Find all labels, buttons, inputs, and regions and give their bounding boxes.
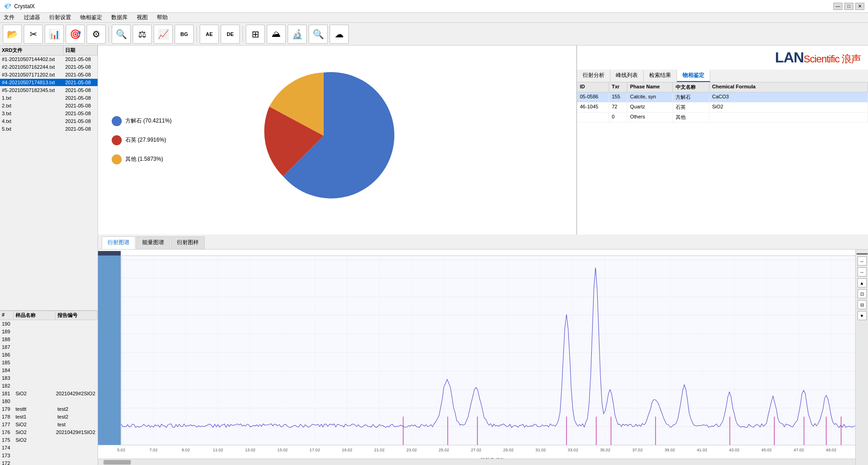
file-name: #3-20210507171202.txt [0, 71, 63, 78]
info-tab-峰线列表[interactable]: 峰线列表 [610, 70, 644, 82]
maximize-button[interactable]: □ [844, 3, 853, 10]
toolbar-btn-open[interactable]: 📂 [3, 25, 22, 44]
close-button[interactable]: ✕ [855, 3, 864, 10]
menu-item-2[interactable]: 衍射设置 [47, 13, 73, 22]
toolbar-btn-balance[interactable]: ⚖ [133, 25, 152, 44]
toolbar-btn-barchart[interactable]: 📊 [45, 25, 64, 44]
diffraction-chart: 40801201602002412813213614015.027.029.02… [98, 250, 868, 465]
sample-row[interactable]: 175SiO2 [0, 436, 98, 444]
sample-row[interactable]: 185 [0, 359, 98, 367]
toolbar-btn-scissors[interactable]: ✂ [24, 25, 43, 44]
file-date: 2021-05-08 [63, 110, 98, 117]
menu-item-0[interactable]: 文件 [2, 13, 16, 22]
col-txr: Txr [609, 82, 627, 92]
info-txr: 0 [609, 112, 627, 122]
toolbar-btn-scan[interactable]: 🔬 [288, 25, 307, 44]
menu-item-1[interactable]: 过滤器 [22, 13, 42, 22]
toolbar-btn-gear[interactable]: ⚙ [87, 25, 106, 44]
sample-row[interactable]: 173 [0, 452, 98, 460]
svg-text:37.02: 37.02 [632, 448, 643, 452]
table-btn[interactable]: ⊟ [858, 300, 867, 309]
toolbar-btn-chart-report[interactable]: 📈 [154, 25, 173, 44]
col-phase: Phase Name [627, 82, 673, 92]
toolbar-btn-fingerprint[interactable]: 🔍 [112, 25, 131, 44]
file-list-header: XRD文件 日期 [0, 46, 98, 56]
chart-tab-能量图谱[interactable]: 能量图谱 [136, 236, 170, 249]
file-date: 2021-05-08 [63, 63, 98, 71]
svg-rect-84 [98, 255, 121, 445]
sample-row[interactable]: 180 [0, 398, 98, 405]
info-tab-物相鉴定[interactable]: 物相鉴定 [677, 70, 710, 82]
file-list-item[interactable]: 5.txt2021-05-08 [0, 125, 98, 133]
info-table-row[interactable]: 46-104572Quartz石英SiO2 [577, 102, 868, 112]
sample-row[interactable]: 172 [0, 460, 98, 465]
file-list-item[interactable]: #3-20210507171202.txt2021-05-08 [0, 71, 98, 79]
info-phase: Others [627, 112, 673, 122]
toolbar-btn-bg[interactable]: BG [175, 25, 194, 44]
menu-item-5[interactable]: 视图 [135, 13, 150, 22]
h-scrollbar[interactable] [98, 459, 855, 465]
sample-report [56, 351, 98, 358]
sample-row[interactable]: 190 [0, 320, 98, 328]
file-list-body[interactable]: #1-20210507144402.txt2021-05-08#2-202105… [0, 56, 98, 310]
title-bar: 💎 CrystalX — □ ✕ [0, 0, 868, 13]
sample-row[interactable]: 187 [0, 343, 98, 351]
zoom-out-btn[interactable]: ↔ [858, 267, 867, 276]
info-table-body[interactable]: 05-0586155Calcite, syn方解石CaCO346-104572Q… [577, 92, 868, 235]
sample-row[interactable]: 177SiO2test [0, 421, 98, 429]
sample-report: test [56, 421, 98, 428]
info-table-row[interactable]: 05-0586155Calcite, syn方解石CaCO3 [577, 92, 868, 102]
down-btn[interactable]: ▼ [858, 311, 867, 320]
sample-name [14, 320, 56, 327]
zoom-in-btn[interactable]: ↔ [858, 256, 867, 266]
file-list-item[interactable]: #4-20210507174813.txt2021-05-08 [0, 79, 98, 87]
sample-row[interactable]: 181SiO220210429#2SIO2 [0, 390, 98, 398]
menu-item-3[interactable]: 物相鉴定 [78, 13, 104, 22]
sample-num: 181 [0, 390, 14, 397]
up-btn[interactable]: ▲ [858, 278, 867, 287]
svg-text:21.02: 21.02 [374, 448, 385, 452]
info-txr: 155 [609, 92, 627, 102]
file-name: 3.txt [0, 110, 63, 117]
sample-row[interactable]: 176SiO220210429#1SIO2 [0, 429, 98, 436]
menu-item-4[interactable]: 数据库 [109, 13, 129, 22]
hamburger-icon [857, 253, 868, 255]
toolbar-btn-ae[interactable]: AE [200, 25, 219, 44]
file-list-item[interactable]: 1.txt2021-05-08 [0, 94, 98, 102]
toolbar-btn-target[interactable]: 🎯 [66, 25, 85, 44]
sample-row[interactable]: 174 [0, 444, 98, 452]
sample-row[interactable]: 183 [0, 374, 98, 382]
menu-item-6[interactable]: 帮助 [155, 13, 170, 22]
file-list-item[interactable]: #1-20210507144402.txt2021-05-08 [0, 56, 98, 63]
legend-color [112, 135, 122, 145]
sample-name: SiO2 [14, 436, 56, 444]
expand-btn[interactable]: ⊡ [858, 289, 867, 298]
info-tab-衍射分析[interactable]: 衍射分析 [577, 70, 610, 82]
col-num: # [0, 311, 14, 320]
info-table-row[interactable]: 0Others其他 [577, 112, 868, 123]
sample-row[interactable]: 178test1test2 [0, 413, 98, 421]
toolbar-btn-cloud[interactable]: ☁ [330, 25, 349, 44]
file-list-item[interactable]: 2.txt2021-05-08 [0, 102, 98, 110]
file-list-item[interactable]: 4.txt2021-05-08 [0, 118, 98, 125]
file-list-item[interactable]: #5-20210507182345.txt2021-05-08 [0, 87, 98, 94]
toolbar-btn-search[interactable]: 🔍 [309, 25, 328, 44]
title-bar-controls: — □ ✕ [833, 3, 864, 10]
info-tab-检索结果[interactable]: 检索结果 [644, 70, 677, 82]
toolbar-btn-mountain[interactable]: ⛰ [267, 25, 286, 44]
sample-row[interactable]: 179testtttest2 [0, 405, 98, 413]
toolbar-btn-grid[interactable]: ⊞ [246, 25, 265, 44]
sample-body[interactable]: 190189188187186185184183182181SiO2202104… [0, 320, 98, 465]
sample-row[interactable]: 186 [0, 351, 98, 359]
sample-row[interactable]: 189 [0, 328, 98, 336]
sample-report [56, 320, 98, 327]
file-list-item[interactable]: #2-20210507162244.txt2021-05-08 [0, 63, 98, 71]
toolbar-btn-de[interactable]: DE [221, 25, 240, 44]
chart-tab-衍射图谱[interactable]: 衍射图谱 [102, 236, 135, 249]
minimize-button[interactable]: — [833, 3, 842, 10]
chart-tab-衍射图样[interactable]: 衍射图样 [171, 236, 205, 249]
sample-row[interactable]: 182 [0, 382, 98, 390]
sample-row[interactable]: 188 [0, 336, 98, 343]
sample-row[interactable]: 184 [0, 367, 98, 374]
file-list-item[interactable]: 3.txt2021-05-08 [0, 110, 98, 118]
